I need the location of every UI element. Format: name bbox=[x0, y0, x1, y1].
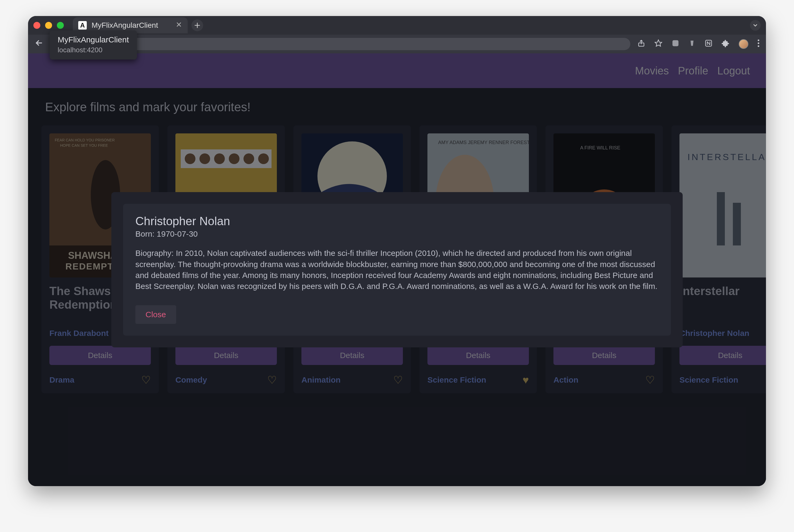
profile-avatar[interactable] bbox=[739, 39, 749, 49]
tab-favicon: A bbox=[78, 21, 87, 30]
share-icon[interactable] bbox=[637, 39, 645, 49]
svg-point-5 bbox=[758, 42, 759, 44]
bookmark-star-icon[interactable] bbox=[654, 39, 662, 49]
dialog-biography: Biography: In 2010, Nolan captivated aud… bbox=[135, 248, 659, 292]
extension-icon-2[interactable] bbox=[688, 39, 696, 49]
tab-title: MyFlixAngularClient bbox=[92, 21, 158, 30]
svg-point-4 bbox=[758, 39, 759, 41]
director-dialog: Christopher Nolan Born: 1970-07-30 Biogr… bbox=[111, 192, 683, 347]
tab-list-button[interactable] bbox=[750, 20, 761, 31]
modal-overlay[interactable]: Christopher Nolan Born: 1970-07-30 Biogr… bbox=[28, 53, 766, 486]
kebab-menu-icon[interactable] bbox=[757, 39, 760, 49]
extensions-puzzle-icon[interactable] bbox=[722, 39, 730, 49]
svg-marker-1 bbox=[655, 40, 662, 46]
dialog-born: Born: 1970-07-30 bbox=[135, 229, 659, 239]
dialog-title: Christopher Nolan bbox=[135, 214, 659, 228]
address-bar[interactable] bbox=[84, 38, 630, 50]
close-tab-button[interactable] bbox=[176, 21, 182, 30]
svg-point-6 bbox=[758, 45, 759, 47]
svg-rect-2 bbox=[672, 40, 679, 46]
tab-tooltip: MyFlixAngularClient localhost:4200 bbox=[50, 31, 137, 59]
app-viewport: Movies Profile Logout Explore films and … bbox=[28, 53, 766, 486]
minimize-window-button[interactable] bbox=[45, 22, 52, 29]
back-button[interactable] bbox=[34, 38, 43, 50]
extension-icon-1[interactable] bbox=[671, 39, 680, 49]
tooltip-url: localhost:4200 bbox=[58, 46, 129, 54]
tooltip-title: MyFlixAngularClient bbox=[58, 35, 129, 44]
window-controls bbox=[33, 22, 64, 29]
tab-bar: A MyFlixAngularClient bbox=[28, 16, 766, 35]
browser-window: A MyFlixAngularClient bbox=[28, 16, 766, 486]
extension-icon-3[interactable] bbox=[705, 39, 713, 49]
new-tab-button[interactable] bbox=[191, 19, 203, 31]
close-dialog-button[interactable]: Close bbox=[135, 305, 176, 324]
close-window-button[interactable] bbox=[33, 22, 40, 29]
url-toolbar bbox=[28, 35, 766, 53]
maximize-window-button[interactable] bbox=[57, 22, 64, 29]
